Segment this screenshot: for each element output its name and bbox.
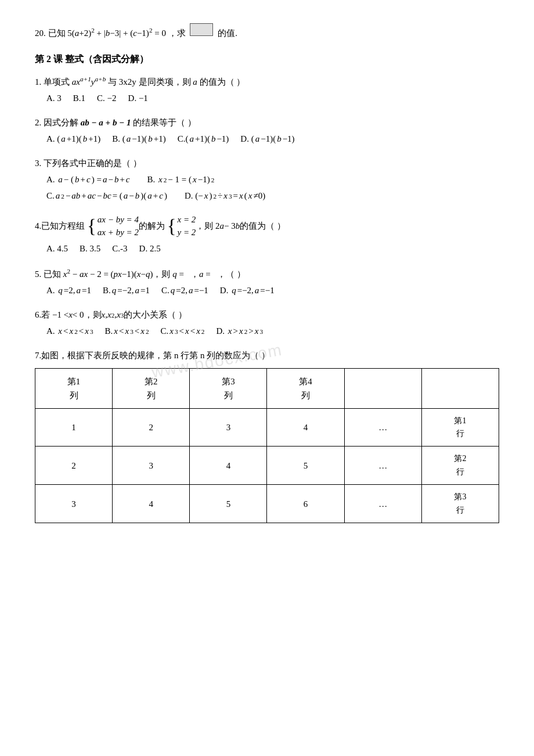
cell-r1c1: 1 (35, 408, 113, 447)
p3-num: 3. (35, 156, 41, 170)
cell-r2c4: 5 (267, 447, 344, 485)
p1-text: 单项式 axa+1ya+b 与 3x2y 是同类项，则 a 的值为（ ） (44, 74, 245, 89)
p2-num: 2. (35, 116, 41, 129)
p4-option-a: A. 4.5 (46, 242, 68, 255)
problem-20-equation: 5(a+2)2 + |b−3| + (c−1)2 = 0 (67, 25, 166, 40)
p3-option-a: A. a − (b+c) = a − b + c (46, 172, 130, 186)
problem-20-text-before: 已知 (48, 26, 66, 40)
p6-option-c: C.x3 < x < x2 (161, 324, 205, 338)
cell-r1-label: 第1行 (421, 408, 499, 447)
p3-option-d: D. (−x)2 ÷ x3 = x(x≠0) (185, 189, 265, 203)
p6-options: A. x < x2 < x3 B.x < x3 < x2 C.x3 < x < … (46, 324, 499, 338)
p2-text: 因式分解 ab − a + b − 1 的结果等于（ ） (44, 116, 196, 129)
problem-5: 5. 已知 x2 − ax − 2 = (px−1)(x−q)，则 q = ，a… (35, 266, 499, 297)
problem-20: 20. 已知 5(a+2)2 + |b−3| + (c−1)2 = 0 ，求 的… (35, 23, 499, 40)
table-header-col1: 第1列 (35, 368, 113, 408)
p2-option-d: D. (a−1)(b−1) (240, 132, 294, 146)
p6-option-d: D. x > x2 > x3 (216, 324, 263, 338)
p4-sol2: y = 2 (178, 226, 196, 239)
table-header-col4: 第4列 (267, 368, 344, 408)
p3-option-b: B. x2 − 1 = (x−1)2 (147, 172, 215, 186)
p1-option-c: C. −2 (97, 91, 116, 105)
p3-options: A. a − (b+c) = a − b + c B. x2 − 1 = (x−… (46, 172, 499, 203)
problem-2: 2. 因式分解 ab − a + b − 1 的结果等于（ ） A. (a+1)… (35, 116, 499, 146)
p5-option-b: B.q=−2,a=1 (103, 283, 150, 297)
p2-option-a: A. (a+1)(b+1) (46, 132, 100, 146)
cell-r2c5: … (344, 447, 421, 485)
p5-text: 已知 x2 − ax − 2 = (px−1)(x−q)，则 q = ，a = … (44, 266, 246, 281)
cell-r3c3: 5 (190, 485, 267, 523)
problem-1: 1. 单项式 axa+1ya+b 与 3x2y 是同类项，则 a 的值为（ ） … (35, 74, 499, 105)
p4-option-d: D. 2.5 (139, 242, 161, 255)
p5-option-a: A. q=2,a=1 (46, 283, 91, 297)
p1-options: A. 3 B.1 C. −2 D. −1 (46, 91, 499, 105)
problem-3: 3. 下列各式中正确的是（ ） A. a − (b+c) = a − b + c… (35, 156, 499, 203)
p5-num: 5. (35, 267, 41, 281)
cell-r2-label: 第2行 (421, 447, 499, 485)
p4-num: 4. (35, 219, 41, 233)
p1-option-b: B.1 (73, 91, 85, 105)
problem-7: 7.如图，根据下表所反映的规律，第 n 行第 n 列的数应为（ ） 第1列 第2… (35, 348, 499, 523)
table-header-col6 (421, 368, 499, 408)
p5-option-d: D. q=−2,a=−1 (220, 283, 275, 297)
p2-option-c: C.(a+1)(b−1) (178, 132, 229, 146)
p3-option-c: C.a2 − ab + ac − bc = (a−b)(a+c) (46, 189, 167, 203)
p2-options: A. (a+1)(b+1) B. (a−1)(b+1) C.(a+1)(b−1)… (46, 132, 499, 146)
p4-eq1: ax − by = 4 (98, 213, 139, 226)
p4-system2: { x = 2 y = 2 (167, 213, 196, 239)
cell-r2c1: 2 (35, 447, 113, 485)
cell-r1c4: 4 (267, 408, 344, 447)
p6-option-a: A. x < x2 < x3 (46, 324, 93, 338)
p2-option-b: B. (a−1)(b+1) (112, 132, 165, 146)
answer-box-20 (190, 23, 213, 36)
p4-option-c: C.-3 (112, 242, 127, 255)
cell-r3-label: 第3行 (421, 485, 499, 523)
p4-options: A. 4.5 B. 3.5 C.-3 D. 2.5 (46, 242, 499, 255)
cell-r1c5: … (344, 408, 421, 447)
p4-eq2: ax + by = 2 (98, 226, 139, 239)
table-header-col2: 第2列 (113, 368, 190, 408)
table-row-3: 3 4 5 6 … 第3行 (35, 485, 499, 523)
p1-option-d: D. −1 (128, 91, 148, 105)
p1-option-a: A. 3 (46, 91, 62, 105)
p3-text: 下列各式中正确的是（ ） (44, 156, 142, 170)
cell-r3c2: 4 (113, 485, 190, 523)
cell-r2c2: 3 (113, 447, 190, 485)
p5-options: A. q=2,a=1 B.q=−2,a=1 C.q=2,a=−1 D. q=−2… (46, 283, 499, 297)
problem-num: 20. (35, 26, 46, 40)
cell-r3c5: … (344, 485, 421, 523)
p4-system1: { ax − by = 4 ax + by = 2 (87, 213, 139, 239)
p1-num: 1. (35, 75, 41, 89)
p7-table: 第1列 第2列 第3列 第4列 1 2 3 4 … 第1行 (35, 368, 499, 523)
problem-4: 4.已知方程组 { ax − by = 4 ax + by = 2 的解为 { … (35, 213, 499, 255)
cell-r3c1: 3 (35, 485, 113, 523)
cell-r1c2: 2 (113, 408, 190, 447)
p7-num: 7. (35, 348, 41, 362)
p6-option-b: B.x < x3 < x2 (105, 324, 149, 338)
cell-r3c4: 6 (267, 485, 344, 523)
problem-6: 6.若 −1 < x < 0，则 x, x2, x3 的大小关系（ ） A. x… (35, 308, 499, 338)
table-row-1: 1 2 3 4 … 第1行 (35, 408, 499, 447)
p3-row2: C.a2 − ab + ac − bc = (a−b)(a+c) D. (−x)… (46, 189, 499, 203)
table-header-col3: 第3列 (190, 368, 267, 408)
cell-r1c3: 3 (190, 408, 267, 447)
p6-num: 6. (35, 308, 41, 322)
p5-option-c: C.q=2,a=−1 (161, 283, 208, 297)
p3-row1: A. a − (b+c) = a − b + c B. x2 − 1 = (x−… (46, 172, 499, 186)
table-row-2: 2 3 4 5 … 第2行 (35, 447, 499, 485)
p4-option-b: B. 3.5 (80, 242, 100, 255)
p4-sol1: x = 2 (178, 213, 196, 226)
table-header-col5 (344, 368, 421, 408)
section-2-title: 第 2 课 整式（含因式分解） (35, 52, 499, 67)
cell-r2c3: 4 (190, 447, 267, 485)
